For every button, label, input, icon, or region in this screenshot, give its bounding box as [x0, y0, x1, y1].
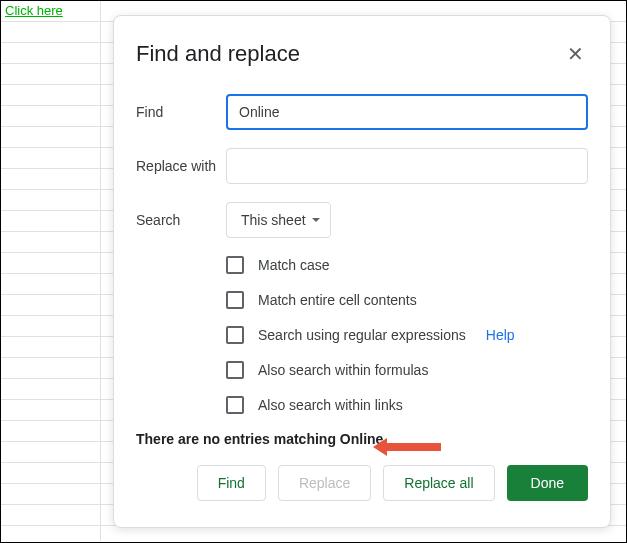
done-button[interactable]: Done: [507, 465, 588, 501]
find-replace-dialog: Find and replace ✕ Find Replace with Sea…: [113, 15, 611, 528]
links-checkbox[interactable]: [226, 396, 244, 414]
close-icon[interactable]: ✕: [563, 38, 588, 70]
dialog-title: Find and replace: [136, 41, 300, 67]
search-scope-value: This sheet: [241, 212, 306, 228]
replace-input[interactable]: [226, 148, 588, 184]
search-label: Search: [136, 212, 226, 228]
regex-label: Search using regular expressions: [258, 327, 466, 343]
match-entire-checkbox[interactable]: [226, 291, 244, 309]
find-button[interactable]: Find: [197, 465, 266, 501]
formulas-label: Also search within formulas: [258, 362, 428, 378]
replace-button[interactable]: Replace: [278, 465, 371, 501]
match-case-checkbox[interactable]: [226, 256, 244, 274]
regex-checkbox[interactable]: [226, 326, 244, 344]
status-message: There are no entries matching Online: [136, 431, 588, 447]
match-entire-label: Match entire cell contents: [258, 292, 417, 308]
find-label: Find: [136, 104, 226, 120]
replace-label: Replace with: [136, 158, 226, 174]
find-input[interactable]: [226, 94, 588, 130]
chevron-down-icon: [312, 218, 320, 222]
replace-all-button[interactable]: Replace all: [383, 465, 494, 501]
cell-link[interactable]: Click here: [1, 1, 67, 20]
match-case-label: Match case: [258, 257, 330, 273]
formulas-checkbox[interactable]: [226, 361, 244, 379]
help-link[interactable]: Help: [486, 327, 515, 343]
search-scope-dropdown[interactable]: This sheet: [226, 202, 331, 238]
links-label: Also search within links: [258, 397, 403, 413]
